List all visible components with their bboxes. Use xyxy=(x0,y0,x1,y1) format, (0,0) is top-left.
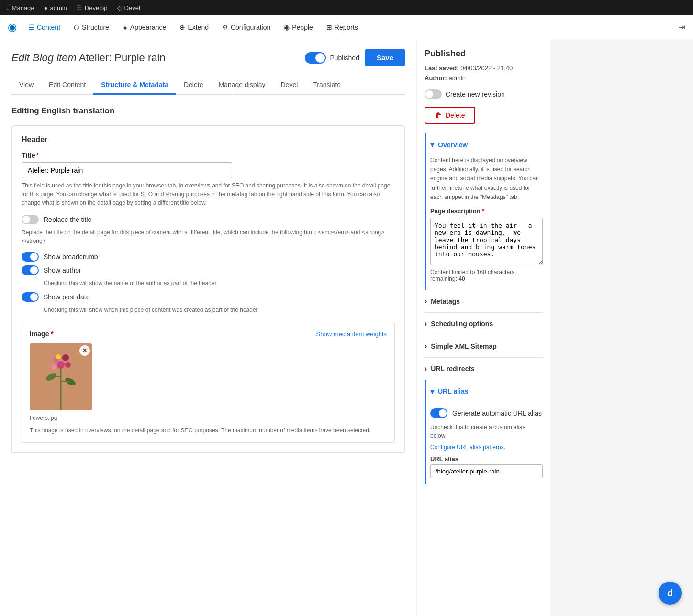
show-breadcrumb-toggle[interactable] xyxy=(22,252,39,262)
title-field-group: Title * This field is used as the title … xyxy=(22,152,395,207)
accordion-scheduling-header[interactable]: › Scheduling options xyxy=(425,313,543,335)
svg-point-5 xyxy=(51,365,56,370)
svg-point-6 xyxy=(65,362,71,368)
accordion-xml-sitemap: › Simple XML Sitemap xyxy=(425,335,543,358)
url-alias-content: Generate automatic URL alias Uncheck thi… xyxy=(430,403,543,484)
page-desc-textarea[interactable]: You feel it in the air - a new era is da… xyxy=(430,218,543,265)
nav-structure[interactable]: ⬡ Structure xyxy=(68,21,115,34)
appearance-icon: ◈ xyxy=(123,23,128,31)
page-desc-label: Page description * xyxy=(430,208,543,215)
title-label: Title * xyxy=(22,152,395,159)
chevron-right-icon: › xyxy=(425,297,427,306)
admin-develop[interactable]: ☰ Develop xyxy=(77,4,108,11)
trash-icon: 🗑 xyxy=(435,111,442,119)
accordion-xml-sitemap-header[interactable]: › Simple XML Sitemap xyxy=(425,335,543,357)
title-input[interactable] xyxy=(22,162,232,178)
admin-manage[interactable]: ≡ Manage xyxy=(6,4,34,11)
tab-devel[interactable]: Devel xyxy=(273,76,306,95)
tab-delete[interactable]: Delete xyxy=(176,76,211,95)
create-revision-label: Create new revision xyxy=(446,90,505,98)
sidebar-toggle[interactable]: ⇥ xyxy=(678,22,685,33)
main-navigation: ◉ ☰ Content ⬡ Structure ◈ Appearance ⊕ E… xyxy=(0,15,693,39)
tab-edit-content[interactable]: Edit Content xyxy=(41,76,93,95)
user-icon: ● xyxy=(44,4,48,11)
show-breadcrumb-row: Show breadcrumb xyxy=(22,252,395,262)
page-header: Edit Blog item Atelier: Purple rain Publ… xyxy=(11,49,405,66)
accordion-scheduling: › Scheduling options xyxy=(425,313,543,335)
show-weights-link[interactable]: Show media item weights xyxy=(316,330,387,338)
show-post-date-row: Show post date xyxy=(22,292,395,302)
sidebar-published-title: Published xyxy=(425,49,543,59)
url-alias-input[interactable] xyxy=(430,464,543,478)
overview-desc: Content here is displayed on overview pa… xyxy=(430,156,543,202)
chevron-down-icon-2: ▾ xyxy=(430,387,434,396)
header-section-title: Header xyxy=(22,135,395,144)
show-post-date-label: Show post date xyxy=(44,293,90,301)
accordion-overview: ▾ Overview Content here is displayed on … xyxy=(425,133,543,290)
show-author-row: Show author xyxy=(22,265,395,275)
devel-label: Devel xyxy=(124,4,140,11)
show-post-date-help: Checking this will show when this piece … xyxy=(44,306,395,314)
svg-point-11 xyxy=(56,354,61,359)
image-help: This image is used in overviews, on the … xyxy=(30,426,387,435)
nav-reports[interactable]: ⊞ Reports xyxy=(321,21,364,34)
reports-icon: ⊞ xyxy=(326,23,332,31)
url-alias-help: Uncheck this to create a custom alias be… xyxy=(430,423,543,440)
nav-configuration[interactable]: ⚙ Configuration xyxy=(216,21,276,34)
nav-content[interactable]: ☰ Content xyxy=(22,21,66,34)
image-header: Image * Show media item weights xyxy=(30,330,387,338)
create-revision-toggle[interactable] xyxy=(425,89,442,99)
delete-button[interactable]: 🗑 Delete xyxy=(425,107,475,124)
url-patterns-link[interactable]: Configure URL alias patterns. xyxy=(430,444,505,451)
image-container: ✕ xyxy=(30,343,92,410)
tab-manage-display[interactable]: Manage display xyxy=(211,76,273,95)
char-count: Content limited to 160 characters, remai… xyxy=(430,269,543,282)
title-help: This field is used as the title for this… xyxy=(22,181,395,207)
tab-structure-metadata[interactable]: Structure & Metadata xyxy=(93,76,176,95)
nav-appearance[interactable]: ◈ Appearance xyxy=(117,21,172,34)
replace-title-row: Replace the title xyxy=(22,215,395,224)
site-logo: ◉ xyxy=(8,21,17,33)
save-button[interactable]: Save xyxy=(365,49,405,66)
nav-extend[interactable]: ⊕ Extend xyxy=(174,21,214,34)
url-alias-field-label: URL alias xyxy=(430,455,543,462)
show-author-help: Checking this will show the name of the … xyxy=(44,279,395,287)
develop-icon: ☰ xyxy=(77,4,82,11)
devel-icon: ◇ xyxy=(117,4,122,11)
develop-label: Develop xyxy=(85,4,108,11)
structure-icon: ⬡ xyxy=(74,23,79,31)
published-label: Published xyxy=(330,54,359,62)
published-toggle[interactable] xyxy=(305,52,326,64)
admin-devel[interactable]: ◇ Devel xyxy=(117,4,140,11)
admin-user[interactable]: ● admin xyxy=(44,4,67,11)
title-required: * xyxy=(36,152,39,159)
remove-image-button[interactable]: ✕ xyxy=(79,345,90,356)
generate-alias-toggle[interactable] xyxy=(430,408,447,418)
tab-view[interactable]: View xyxy=(11,76,41,95)
generate-alias-label: Generate automatic URL alias xyxy=(452,409,542,417)
header-actions: Published Save xyxy=(305,49,405,66)
accordion-url-redirects: › URL redirects xyxy=(425,358,543,380)
chevron-right-icon-4: › xyxy=(425,364,427,373)
nav-people[interactable]: ◉ People xyxy=(278,21,319,34)
replace-title-toggle[interactable] xyxy=(22,215,39,224)
page-layout: Edit Blog item Atelier: Purple rain Publ… xyxy=(0,39,693,616)
help-button[interactable]: d xyxy=(659,582,682,605)
header-section: Header Title * This field is used as the… xyxy=(11,125,405,453)
image-section: Image * Show media item weights xyxy=(22,322,395,443)
page-title: Edit Blog item Atelier: Purple rain xyxy=(11,52,166,64)
show-post-date-toggle[interactable] xyxy=(22,292,39,302)
tab-translate[interactable]: Translate xyxy=(305,76,348,95)
accordion-metatags-header[interactable]: › Metatags xyxy=(425,290,543,312)
chevron-right-icon-2: › xyxy=(425,319,427,328)
sidebar-author: Author: admin xyxy=(425,75,543,82)
accordion-overview-header[interactable]: ▾ Overview xyxy=(430,133,543,156)
config-icon: ⚙ xyxy=(222,23,228,31)
sidebar-accordion: ▾ Overview Content here is displayed on … xyxy=(425,133,543,484)
published-toggle-group: Published xyxy=(305,52,359,64)
show-author-toggle[interactable] xyxy=(22,265,39,275)
admin-label: admin xyxy=(50,4,67,11)
accordion-url-alias-header[interactable]: ▾ URL alias xyxy=(430,380,543,403)
accordion-url-redirects-header[interactable]: › URL redirects xyxy=(425,358,543,380)
sidebar-last-saved: Last saved: 04/03/2022 - 21:40 xyxy=(425,65,543,72)
